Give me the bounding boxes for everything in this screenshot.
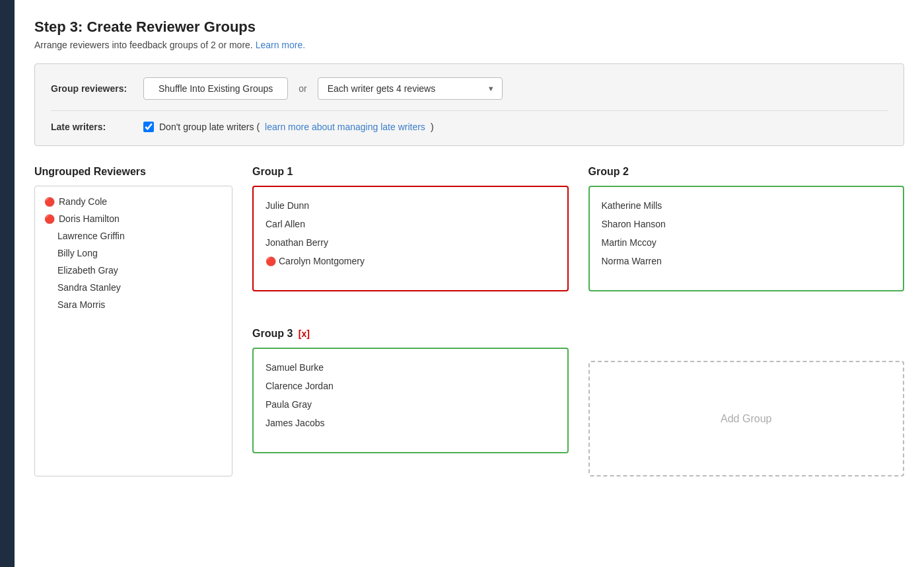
group-reviewers-label: Group reviewers: [51, 83, 143, 94]
table-row: Clarence Jordan [266, 377, 555, 395]
group3-member: Clarence Jordan [266, 381, 334, 391]
late-icon: 🔴 [44, 214, 55, 224]
group1-member: Carolyn Montgomery [279, 256, 365, 266]
group2-box: Katherine Mills Sharon Hanson Martin Mcc… [588, 186, 905, 291]
shuffle-button[interactable]: Shuffle Into Existing Groups [143, 77, 288, 100]
add-group-section: Add Group [588, 328, 905, 476]
ungrouped-member-name: Randy Cole [59, 196, 107, 207]
late-icon: 🔴 [266, 256, 276, 266]
ungrouped-member-name: Billy Long [57, 248, 98, 258]
group1-title: Group 1 [252, 166, 569, 178]
group2-title: Group 2 [588, 166, 905, 178]
table-row: James Jacobs [266, 414, 555, 432]
late-writers-text: Don't group late writers ( [159, 122, 260, 132]
list-item: Sandra Stanley [44, 279, 223, 296]
list-item: Sara Morris [44, 296, 223, 313]
sidebar [0, 0, 15, 567]
page-subtitle: Arrange reviewers into feedback groups o… [34, 40, 904, 50]
ungrouped-member-name: Lawrence Griffin [57, 231, 125, 241]
late-writers-checkbox[interactable] [143, 122, 154, 132]
late-writers-row: Late writers: Don't group late writers (… [51, 110, 888, 132]
group3-box: Samuel Burke Clarence Jordan Paula Gray … [252, 348, 569, 453]
learn-more-link[interactable]: Learn more. [256, 40, 305, 50]
ungrouped-member-name: Sandra Stanley [57, 282, 121, 293]
group-panel: Group reviewers: Shuffle Into Existing G… [34, 63, 904, 146]
list-item: Lawrence Griffin [44, 227, 223, 245]
table-row: Katherine Mills [602, 196, 892, 215]
group2-section: Group 2 Katherine Mills Sharon Hanson Ma… [588, 166, 905, 315]
group1-member: Julie Dunn [266, 200, 309, 211]
late-writers-label: Late writers: [51, 122, 143, 132]
subtitle-text: Arrange reviewers into feedback groups o… [34, 40, 253, 50]
reviews-select[interactable]: Each writer gets 4 reviews Each writer g… [318, 77, 503, 100]
ungrouped-list-box: 🔴 Randy Cole 🔴 Doris Hamilton Lawrence G… [34, 186, 232, 476]
list-item: 🔴 Randy Cole [44, 193, 223, 210]
ungrouped-title: Ungrouped Reviewers [34, 166, 232, 178]
group-reviewers-row: Group reviewers: Shuffle Into Existing G… [51, 77, 888, 100]
groups-layout: Ungrouped Reviewers 🔴 Randy Cole 🔴 Doris… [34, 166, 904, 476]
late-writers-checkbox-area: Don't group late writers (learn more abo… [143, 122, 434, 132]
group1-box: Julie Dunn Carl Allen Jonathan Berry 🔴 C… [252, 186, 569, 291]
group3-section: Group 3 [x] Samuel Burke Clarence Jordan… [252, 328, 569, 476]
add-group-button[interactable]: Add Group [588, 361, 905, 476]
table-row: Samuel Burke [266, 358, 555, 377]
list-item: Billy Long [44, 245, 223, 262]
list-item: 🔴 Doris Hamilton [44, 210, 223, 227]
group1-section: Group 1 Julie Dunn Carl Allen Jonathan B… [252, 166, 569, 315]
group2-member: Katherine Mills [602, 200, 662, 211]
group2-member: Sharon Hanson [602, 219, 666, 229]
table-row: Carl Allen [266, 215, 555, 233]
late-writers-link[interactable]: learn more about managing late writers [265, 122, 425, 132]
group3-title: Group 3 [x] [252, 328, 569, 340]
list-item: Elizabeth Gray [44, 262, 223, 279]
group1-member: Jonathan Berry [266, 237, 328, 248]
group3-member: Paula Gray [266, 399, 312, 410]
reviews-select-wrapper: Each writer gets 4 reviews Each writer g… [318, 77, 503, 100]
page-title: Step 3: Create Reviewer Groups [34, 19, 904, 36]
table-row: Norma Warren [602, 252, 892, 270]
table-row: 🔴 Carolyn Montgomery [266, 252, 555, 270]
ungrouped-member-name: Elizabeth Gray [57, 265, 118, 276]
table-row: Julie Dunn [266, 196, 555, 215]
ungrouped-section: Ungrouped Reviewers 🔴 Randy Cole 🔴 Doris… [34, 166, 232, 476]
table-row: Martin Mccoy [602, 233, 892, 252]
table-row: Sharon Hanson [602, 215, 892, 233]
group3-member: Samuel Burke [266, 362, 324, 373]
group2-member: Norma Warren [602, 256, 662, 266]
group3-remove-button[interactable]: [x] [299, 328, 310, 339]
late-icon: 🔴 [44, 197, 55, 207]
group3-member: James Jacobs [266, 418, 324, 428]
ungrouped-member-name: Sara Morris [57, 299, 105, 310]
group2-member: Martin Mccoy [602, 237, 657, 248]
group1-member: Carl Allen [266, 219, 305, 229]
table-row: Jonathan Berry [266, 233, 555, 252]
or-text: or [299, 83, 306, 94]
ungrouped-member-name: Doris Hamilton [59, 213, 120, 224]
late-writers-close: ) [431, 122, 434, 132]
main-content: Step 3: Create Reviewer Groups Arrange r… [15, 0, 924, 567]
table-row: Paula Gray [266, 395, 555, 414]
